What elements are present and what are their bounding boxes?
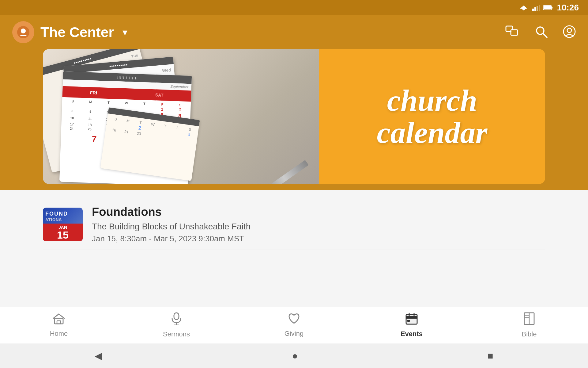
svg-rect-6 (552, 7, 553, 8)
calendar-icon (405, 312, 418, 328)
svg-rect-4 (539, 5, 540, 11)
top-nav: The Center ▾ (0, 15, 588, 49)
book-icon (524, 312, 535, 328)
chat-icon[interactable] (505, 25, 519, 39)
pen-visual (260, 160, 309, 184)
nav-actions (505, 25, 576, 39)
nav-item-giving[interactable]: Giving (235, 313, 353, 338)
dropdown-arrow[interactable]: ▾ (123, 26, 127, 38)
event-subtitle: The Building Blocks of Unshakeable Faith (92, 222, 545, 232)
event-thumb-text: FOUND ATIONS (45, 211, 68, 222)
event-item[interactable]: FOUND ATIONS JAN 15 Foundations The Buil… (43, 199, 545, 250)
svg-marker-0 (520, 6, 527, 10)
event-title: Foundations (92, 205, 545, 219)
nav-item-events[interactable]: Events (353, 312, 470, 338)
hero-image: ●●●●●●●●●● Tue ●●●●●●●●●● Wed SMTWTFS | … (43, 49, 319, 184)
svg-rect-2 (534, 7, 536, 11)
search-icon[interactable] (535, 25, 548, 39)
svg-rect-3 (537, 6, 538, 11)
signal-icon (532, 4, 540, 11)
svg-rect-22 (406, 314, 417, 324)
status-time: 10:26 (557, 3, 579, 13)
calendar-extra: SMTWTFS 29 162123 (100, 107, 200, 181)
hero-text: church calendar (319, 49, 545, 184)
svg-point-9 (21, 29, 26, 33)
battery-icon (543, 4, 553, 11)
nav-item-bible[interactable]: Bible (470, 312, 588, 338)
wifi-icon (519, 4, 529, 11)
logo-icon (17, 25, 30, 39)
svg-rect-7 (544, 6, 551, 10)
event-date-range: Jan 15, 8:30am - Mar 5, 2023 9:30am MST (92, 234, 545, 243)
svg-rect-23 (406, 316, 417, 319)
svg-rect-1 (532, 9, 534, 11)
status-bar: 10:26 (0, 0, 588, 15)
svg-line-14 (543, 33, 547, 37)
hero-title: church calendar (377, 84, 487, 149)
nav-item-home[interactable]: Home (0, 313, 118, 338)
nav-label-events: Events (401, 330, 423, 338)
nav-brand[interactable]: The Center ▾ (12, 21, 127, 43)
event-info: Foundations The Building Blocks of Unsha… (92, 205, 545, 243)
svg-point-16 (567, 28, 571, 33)
event-date-badge: JAN 15 (43, 224, 83, 241)
home-button[interactable]: ● (292, 350, 298, 362)
app-logo[interactable] (12, 21, 34, 43)
system-bar: ◀ ● ■ (0, 343, 588, 368)
mic-icon (171, 312, 182, 328)
nav-label-bible: Bible (522, 330, 537, 338)
content-area: FOUND ATIONS JAN 15 Foundations The Buil… (0, 190, 588, 325)
svg-rect-26 (407, 320, 410, 322)
back-button[interactable]: ◀ (95, 350, 102, 362)
status-icons: 10:26 (519, 3, 579, 13)
nav-label-giving: Giving (285, 330, 303, 338)
home-icon (53, 313, 65, 327)
recent-button[interactable]: ■ (487, 350, 493, 362)
heart-icon (288, 313, 300, 327)
nav-item-sermons[interactable]: Sermons (118, 312, 235, 338)
nav-label-sermons: Sermons (163, 330, 190, 338)
svg-rect-19 (174, 313, 179, 320)
hero-banner: ●●●●●●●●●● Tue ●●●●●●●●●● Wed SMTWTFS | … (43, 49, 545, 184)
profile-icon[interactable] (563, 25, 576, 39)
event-thumbnail: FOUND ATIONS JAN 15 (43, 208, 83, 241)
bottom-nav: Home Sermons Giving (0, 307, 588, 343)
svg-rect-12 (511, 30, 517, 35)
nav-label-home: Home (50, 330, 68, 338)
app-title: The Center (40, 24, 114, 40)
